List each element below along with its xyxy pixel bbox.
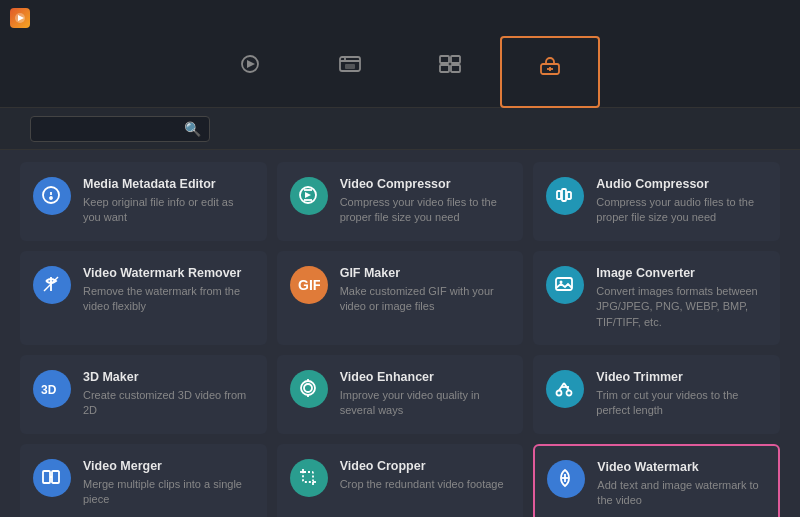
- tab-toolbox[interactable]: [500, 36, 600, 108]
- svg-point-32: [567, 390, 572, 395]
- tool-icon-media-metadata-editor: [33, 177, 71, 215]
- svg-text:GIF: GIF: [298, 277, 320, 293]
- svg-rect-19: [557, 191, 561, 199]
- tool-name-video-cropper: Video Cropper: [340, 459, 511, 473]
- tool-icon-video-trimmer: [546, 370, 584, 408]
- svg-rect-9: [451, 65, 460, 72]
- tool-info-image-converter: Image Converter Convert images formats b…: [596, 266, 767, 330]
- tool-info-video-trimmer: Video Trimmer Trim or cut your videos to…: [596, 370, 767, 419]
- tool-desc-video-compressor: Compress your video files to the proper …: [340, 195, 511, 226]
- tool-icon-image-converter: [546, 266, 584, 304]
- tool-name-video-watermark-remover: Video Watermark Remover: [83, 266, 254, 280]
- tool-name-video-trimmer: Video Trimmer: [596, 370, 767, 384]
- tool-desc-gif-maker: Make customized GIF with your video or i…: [340, 284, 511, 315]
- tool-icon-video-compressor: [290, 177, 328, 215]
- title-bar-right: [642, 6, 790, 30]
- tool-card-video-merger[interactable]: Video Merger Merge multiple clips into a…: [20, 444, 267, 517]
- tool-name-video-watermark: Video Watermark: [597, 460, 766, 474]
- svg-point-15: [50, 197, 52, 199]
- tool-desc-video-watermark-remover: Remove the watermark from the video flex…: [83, 284, 254, 315]
- tool-name-3d-maker: 3D Maker: [83, 370, 254, 384]
- svg-marker-3: [247, 60, 255, 68]
- tool-card-video-watermark[interactable]: Video Watermark Add text and image water…: [533, 444, 780, 517]
- tool-desc-audio-compressor: Compress your audio files to the proper …: [596, 195, 767, 226]
- svg-rect-8: [440, 65, 449, 72]
- tool-desc-image-converter: Convert images formats between JPG/JPEG,…: [596, 284, 767, 330]
- svg-rect-36: [43, 471, 50, 483]
- converter-icon: [237, 53, 263, 81]
- svg-point-27: [304, 384, 312, 392]
- tool-name-gif-maker: GIF Maker: [340, 266, 511, 280]
- tool-info-3d-maker: 3D Maker Create customized 3D video from…: [83, 370, 254, 419]
- svg-rect-5: [345, 64, 355, 69]
- tool-card-image-converter[interactable]: Image Converter Convert images formats b…: [533, 251, 780, 345]
- title-bar: [0, 0, 800, 36]
- search-icon[interactable]: 🔍: [184, 121, 201, 137]
- tool-name-video-merger: Video Merger: [83, 459, 254, 473]
- chat-button[interactable]: [642, 6, 670, 30]
- tool-name-audio-compressor: Audio Compressor: [596, 177, 767, 191]
- tool-card-video-enhancer[interactable]: Video Enhancer Improve your video qualit…: [277, 355, 524, 434]
- tool-icon-video-merger: [33, 459, 71, 497]
- tool-info-audio-compressor: Audio Compressor Compress your audio fil…: [596, 177, 767, 226]
- tool-info-video-watermark: Video Watermark Add text and image water…: [597, 460, 766, 509]
- tool-icon-audio-compressor: [546, 177, 584, 215]
- svg-rect-24: [556, 278, 572, 290]
- svg-rect-7: [451, 56, 460, 63]
- tool-info-video-merger: Video Merger Merge multiple clips into a…: [83, 459, 254, 508]
- app-icon: [10, 8, 30, 28]
- search-bar: 🔍: [0, 108, 800, 150]
- title-bar-left: [10, 8, 38, 28]
- svg-rect-6: [440, 56, 449, 63]
- tool-name-media-metadata-editor: Media Metadata Editor: [83, 177, 254, 191]
- tool-name-image-converter: Image Converter: [596, 266, 767, 280]
- svg-rect-21: [567, 192, 571, 199]
- search-input-wrapper[interactable]: 🔍: [30, 116, 210, 142]
- toolbox-icon: [537, 55, 563, 83]
- menu-button[interactable]: [672, 6, 700, 30]
- tool-icon-video-enhancer: [290, 370, 328, 408]
- svg-rect-37: [52, 471, 59, 483]
- mv-icon: [337, 53, 363, 81]
- close-button[interactable]: [762, 6, 790, 30]
- tool-icon-video-watermark-remover: [33, 266, 71, 304]
- tool-card-3d-maker[interactable]: 3D 3D Maker Create customized 3D video f…: [20, 355, 267, 434]
- collage-icon: [437, 53, 463, 81]
- tool-card-audio-compressor[interactable]: Audio Compressor Compress your audio fil…: [533, 162, 780, 241]
- maximize-button[interactable]: [732, 6, 760, 30]
- tool-desc-media-metadata-editor: Keep original file info or edit as you w…: [83, 195, 254, 226]
- tool-name-video-compressor: Video Compressor: [340, 177, 511, 191]
- tool-icon-video-cropper: [290, 459, 328, 497]
- tool-card-video-watermark-remover[interactable]: Video Watermark Remover Remove the water…: [20, 251, 267, 345]
- tool-icon-video-watermark: [547, 460, 585, 498]
- tool-desc-video-merger: Merge multiple clips into a single piece: [83, 477, 254, 508]
- tool-info-video-compressor: Video Compressor Compress your video fil…: [340, 177, 511, 226]
- tool-card-gif-maker[interactable]: GIF GIF Maker Make customized GIF with y…: [277, 251, 524, 345]
- svg-point-31: [557, 390, 562, 395]
- tab-mv[interactable]: [300, 36, 400, 108]
- tool-icon-gif-maker: GIF: [290, 266, 328, 304]
- tool-card-media-metadata-editor[interactable]: Media Metadata Editor Keep original file…: [20, 162, 267, 241]
- tool-card-video-trimmer[interactable]: Video Trimmer Trim or cut your videos to…: [533, 355, 780, 434]
- svg-rect-20: [562, 189, 566, 201]
- tool-info-video-watermark-remover: Video Watermark Remover Remove the water…: [83, 266, 254, 315]
- svg-rect-39: [303, 472, 313, 482]
- tool-info-gif-maker: GIF Maker Make customized GIF with your …: [340, 266, 511, 315]
- tab-collage[interactable]: [400, 36, 500, 108]
- tool-desc-video-trimmer: Trim or cut your videos to the perfect l…: [596, 388, 767, 419]
- search-input[interactable]: [39, 122, 184, 136]
- tool-desc-video-cropper: Crop the redundant video footage: [340, 477, 511, 492]
- minimize-button[interactable]: [702, 6, 730, 30]
- nav-tabs: [0, 36, 800, 108]
- tab-converter[interactable]: [200, 36, 300, 108]
- tools-grid: Media Metadata Editor Keep original file…: [0, 150, 800, 517]
- tool-info-video-enhancer: Video Enhancer Improve your video qualit…: [340, 370, 511, 419]
- tool-icon-3d-maker: 3D: [33, 370, 71, 408]
- tool-desc-video-watermark: Add text and image watermark to the vide…: [597, 478, 766, 509]
- tool-desc-3d-maker: Create customized 3D video from 2D: [83, 388, 254, 419]
- svg-text:3D: 3D: [41, 383, 57, 397]
- tool-card-video-cropper[interactable]: Video Cropper Crop the redundant video f…: [277, 444, 524, 517]
- tool-card-video-compressor[interactable]: Video Compressor Compress your video fil…: [277, 162, 524, 241]
- tool-info-media-metadata-editor: Media Metadata Editor Keep original file…: [83, 177, 254, 226]
- tool-name-video-enhancer: Video Enhancer: [340, 370, 511, 384]
